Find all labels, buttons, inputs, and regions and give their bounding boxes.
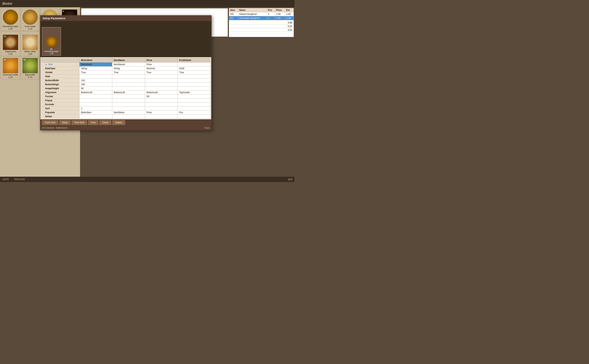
product-code-me: ME bbox=[23, 59, 26, 61]
setup-tab-close[interactable]: Close bbox=[99, 120, 111, 125]
setup-cell[interactable] bbox=[145, 103, 178, 107]
setup-cell[interactable] bbox=[178, 98, 210, 103]
setup-cell[interactable]: String bbox=[112, 66, 145, 71]
quit-button[interactable]: Quit bbox=[288, 178, 292, 181]
product-image-be: BE bbox=[3, 10, 18, 25]
setup-cell[interactable] bbox=[145, 83, 178, 86]
setup-cell[interactable] bbox=[178, 95, 210, 98]
setup-cell[interactable] bbox=[178, 107, 210, 110]
setup-cell[interactable]: True bbox=[145, 71, 178, 75]
setup-table-row[interactable]: ButtonWidth110 bbox=[41, 78, 210, 83]
register-cell: 2 bbox=[267, 16, 275, 20]
action-save[interactable]: Save bbox=[204, 127, 210, 129]
setup-cell[interactable]: True bbox=[112, 71, 145, 75]
setup-cell[interactable] bbox=[79, 75, 112, 78]
product-image-bg: BG bbox=[22, 10, 38, 25]
setup-cell[interactable] bbox=[79, 95, 112, 98]
setup-cell[interactable]: BottomLeft bbox=[79, 91, 112, 95]
setup-cell[interactable] bbox=[112, 115, 145, 118]
setup-table-row[interactable]: DataTypeStringStringDecimalInt16 bbox=[41, 66, 210, 71]
setup-cell[interactable]: 150 bbox=[79, 83, 112, 86]
setup-cell[interactable] bbox=[145, 78, 178, 83]
setup-cell[interactable] bbox=[79, 103, 112, 107]
setup-cell[interactable] bbox=[178, 78, 210, 83]
setup-table-row[interactable]: Exclude bbox=[41, 103, 210, 107]
action-addcolumn[interactable]: AddColumn bbox=[56, 127, 68, 129]
setup-table-row[interactable]: ImageHeight80 bbox=[41, 86, 210, 91]
setup-row-header: Visible bbox=[41, 71, 79, 75]
setup-cell[interactable]: 110 bbox=[79, 78, 112, 83]
register-col-name: Name bbox=[238, 8, 267, 12]
setup-title-bar: Setup Parameters bbox=[40, 16, 211, 21]
setup-table-row[interactable]: VisibleTrueTrueTrueTrue bbox=[41, 71, 210, 75]
setup-cell[interactable]: True bbox=[178, 71, 210, 75]
setup-cell[interactable]: String bbox=[79, 66, 112, 71]
setup-tab-head[interactable]: Head bbox=[59, 120, 71, 125]
setup-cell[interactable]: Int16 bbox=[178, 66, 210, 71]
setup-cell[interactable]: Price bbox=[145, 110, 178, 115]
setup-cell[interactable] bbox=[145, 98, 178, 103]
product-cell-be[interactable]: BEEverything bagel1.35 bbox=[1, 8, 20, 31]
setup-cell[interactable]: BistroItemI bbox=[79, 63, 112, 66]
register-col-pcs: Pcs bbox=[267, 8, 275, 12]
setup-table-row[interactable]: PopulateBistroItemItemNamePricePcs bbox=[41, 110, 210, 115]
setup-cell[interactable]: N2 bbox=[145, 95, 178, 98]
action-all-columns[interactable]: All Columns bbox=[42, 127, 54, 129]
setup-cell[interactable] bbox=[112, 86, 145, 91]
setup-cell[interactable] bbox=[178, 63, 210, 66]
product-cell-me[interactable]: MEEgg muffin2.10 bbox=[20, 56, 40, 79]
setup-cell[interactable] bbox=[178, 75, 210, 78]
setup-tab-print-grid[interactable]: Print Grid bbox=[72, 120, 87, 125]
setup-cell[interactable]: ItemNameI bbox=[112, 63, 145, 66]
setup-table-row[interactable]: ButtonHeigh150 bbox=[41, 83, 210, 86]
setup-cell[interactable]: Decimal bbox=[145, 66, 178, 71]
setup-cell[interactable] bbox=[112, 78, 145, 83]
preview-item-price: 1.35 bbox=[50, 52, 53, 54]
setup-cell[interactable] bbox=[112, 107, 145, 110]
product-price-cw: 1.60 bbox=[28, 53, 32, 55]
setup-table-row[interactable]: Sort1 bbox=[41, 107, 210, 110]
setup-cell[interactable]: Pcs bbox=[178, 110, 210, 115]
setup-cell[interactable] bbox=[145, 107, 178, 110]
setup-cell[interactable]: BottomLeft bbox=[145, 91, 178, 95]
setup-table-row[interactable]: Delete bbox=[41, 115, 210, 118]
setup-cell[interactable] bbox=[178, 83, 210, 86]
setup-cell[interactable]: Price bbox=[145, 63, 178, 66]
setup-cell[interactable] bbox=[112, 98, 145, 103]
product-cell-cw[interactable]: CWWhite coffee1.60 bbox=[20, 31, 40, 56]
register-row[interactable]: DCChocolate doughnut21.002.00 bbox=[229, 16, 294, 20]
setup-cell[interactable] bbox=[178, 86, 210, 91]
setup-table-row[interactable]: ► TextBistroItemIItemNameIPrice bbox=[41, 63, 210, 66]
setup-cell[interactable] bbox=[112, 95, 145, 98]
setup-cell[interactable]: BistroItem bbox=[79, 110, 112, 115]
setup-cell[interactable] bbox=[79, 98, 112, 103]
setup-cell[interactable] bbox=[145, 86, 178, 91]
setup-cell[interactable]: True bbox=[79, 71, 112, 75]
setup-cell[interactable]: ItemName bbox=[112, 110, 145, 115]
setup-cell[interactable] bbox=[79, 115, 112, 118]
setup-table-row[interactable]: AlignmentBottomLeftBottomLeftBottomLeftT… bbox=[41, 91, 210, 95]
setup-cell[interactable] bbox=[145, 75, 178, 78]
setup-tab-station[interactable]: Station bbox=[112, 120, 125, 125]
setup-cell[interactable]: BottomLeft bbox=[112, 91, 145, 95]
product-cell-cp[interactable]: CPCappuccino1.50 bbox=[1, 31, 20, 56]
setup-cell[interactable]: 1 bbox=[79, 107, 112, 110]
setup-table-row[interactable]: Hide bbox=[41, 75, 210, 78]
bottom-totals-inner: 3.00 0.22 3.22 bbox=[229, 20, 294, 32]
register-row[interactable]: DGGlazed doughnut11.001.00 bbox=[229, 12, 294, 16]
setup-cell[interactable] bbox=[178, 103, 210, 107]
setup-cell[interactable]: 80 bbox=[79, 86, 112, 91]
setup-tab-form-grid[interactable]: Form Grid bbox=[42, 120, 58, 125]
preview-selected-item[interactable]: BE Everything bagel 1.35 bbox=[42, 27, 61, 56]
setup-cell[interactable] bbox=[112, 83, 145, 86]
setup-cell[interactable] bbox=[112, 103, 145, 107]
product-cell-bg[interactable]: BGGrain bagel1.15 bbox=[20, 8, 40, 31]
setup-table-row[interactable]: Popup bbox=[41, 98, 210, 103]
setup-tab-foot[interactable]: Foot bbox=[88, 120, 98, 125]
setup-table-row[interactable]: FormatN2 bbox=[41, 95, 210, 98]
product-cell-mc[interactable]: MCCornmeal muffin1.20 bbox=[1, 56, 20, 79]
setup-cell[interactable] bbox=[112, 75, 145, 78]
setup-cell[interactable] bbox=[145, 115, 178, 118]
setup-cell[interactable] bbox=[178, 115, 210, 118]
setup-cell[interactable]: TopCenter bbox=[178, 91, 210, 95]
